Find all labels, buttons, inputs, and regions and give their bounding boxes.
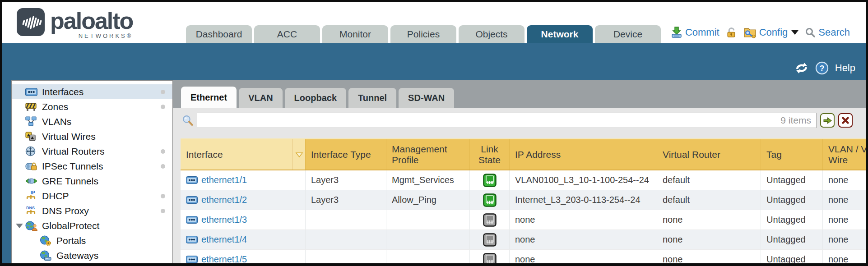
gateways-icon (40, 250, 52, 261)
commit-button[interactable]: Commit (685, 27, 719, 38)
cell-ip-address: none (509, 210, 657, 229)
subtab-vlan[interactable]: VLAN (239, 88, 282, 108)
sidebar-item-interfaces[interactable]: Interfaces (12, 84, 172, 99)
expander-down-icon[interactable] (16, 224, 23, 228)
cell-vlan-virtual-wire: none (822, 210, 866, 229)
sidebar-item-ipsec-tunnels[interactable]: IPSec Tunnels (12, 159, 172, 174)
sort-triangle-icon (295, 151, 303, 158)
link-down-icon (483, 233, 497, 247)
refresh-icon[interactable] (794, 62, 809, 74)
col-vlan-virtual-wire[interactable]: VLAN / Virtual Wire (822, 139, 866, 170)
tab-network[interactable]: Network (527, 25, 593, 43)
clear-filter-button[interactable] (838, 113, 853, 128)
search-icon[interactable] (805, 27, 816, 38)
apply-filter-button[interactable] (820, 113, 835, 128)
interface-icon (186, 256, 198, 263)
cell-vlan-virtual-wire: none (822, 190, 866, 210)
cell-tag: Untagged (761, 250, 822, 263)
interface-link[interactable]: ethernet1/2 (201, 195, 247, 205)
cell-ip-address: VLAN0100_L3_10-1-100-254--24 (509, 170, 657, 190)
sidebar-item-gateways[interactable]: Gateways (12, 248, 172, 263)
commit-icon[interactable] (671, 27, 682, 38)
lock-icon[interactable] (726, 27, 737, 38)
zones-icon (25, 101, 37, 112)
cell-interface-type: Layer3 (305, 190, 386, 210)
tab-dashboard[interactable]: Dashboard (186, 25, 252, 43)
cell-management-profile (386, 250, 469, 263)
tab-device[interactable]: Device (595, 25, 661, 43)
status-dot (161, 90, 165, 94)
search-button[interactable]: Search (818, 27, 850, 38)
sidebar-item-virtual-routers[interactable]: Virtual Routers (12, 144, 172, 159)
col-link-state[interactable]: Link State (469, 139, 509, 170)
config-icon[interactable] (743, 26, 757, 38)
subtab-sdwan[interactable]: SD-WAN (399, 88, 454, 108)
filter-bar: 9 items (173, 108, 866, 133)
dns-proxy-icon: DNS (25, 206, 37, 216)
subtab-tunnel[interactable]: Tunnel (348, 88, 396, 108)
interface-subtabs: Ethernet VLAN Loopback Tunnel SD-WAN (173, 80, 866, 108)
gre-tunnels-icon (25, 176, 37, 187)
cell-virtual-router: default (657, 170, 761, 190)
virtual-routers-icon (25, 146, 37, 157)
tab-acc[interactable]: ACC (254, 25, 320, 43)
subtab-ethernet[interactable]: Ethernet (181, 87, 237, 108)
sidebar-item-gre-tunnels[interactable]: GRE Tunnels (12, 174, 172, 188)
filter-input[interactable] (197, 113, 817, 128)
portals-icon (40, 235, 52, 246)
sidebar-item-dhcp[interactable]: IP DHCP (12, 188, 172, 203)
cell-management-profile: Mgmt_Services (386, 170, 469, 190)
col-ip-address[interactable]: IP Address (509, 139, 657, 170)
sidebar-item-globalprotect[interactable]: GlobalProtect (12, 218, 172, 233)
cell-virtual-router: none (657, 210, 761, 229)
interface-link[interactable]: ethernet1/1 (201, 175, 247, 185)
link-up-icon (483, 193, 497, 207)
col-interface[interactable]: Interface (181, 139, 292, 170)
status-dot (161, 164, 165, 169)
sidebar-item-portals[interactable]: Portals (12, 233, 172, 248)
virtual-wires-icon (25, 131, 37, 142)
interface-link[interactable]: ethernet1/5 (201, 254, 247, 263)
cell-management-profile (386, 210, 469, 229)
green-arrow-icon (823, 117, 832, 124)
col-virtual-router[interactable]: Virtual Router (657, 139, 761, 170)
cell-management-profile: Allow_Ping (386, 190, 469, 210)
app-window: paloalto NETWORKS® Dashboard ACC Monitor… (0, 0, 868, 266)
col-management-profile[interactable]: Management Profile (386, 139, 469, 170)
subtab-loopback[interactable]: Loopback (285, 88, 346, 108)
interface-link[interactable]: ethernet1/4 (201, 234, 247, 245)
status-dot (161, 209, 165, 213)
interface-link[interactable]: ethernet1/3 (201, 215, 247, 225)
col-interface-type[interactable]: Interface Type (305, 139, 386, 170)
config-menu[interactable]: Config (759, 27, 788, 38)
sidebar-item-vlans[interactable]: VLANs (12, 114, 172, 129)
svg-text:?: ? (819, 64, 824, 73)
network-sidebar: Interfaces Zones VLANs Vir (11, 80, 173, 263)
logo-wordmark: paloalto (50, 8, 133, 33)
link-down-icon (483, 253, 497, 264)
top-utilities: Commit Config Search (671, 26, 850, 38)
tab-policies[interactable]: Policies (390, 25, 456, 43)
status-dot (161, 105, 165, 109)
tab-monitor[interactable]: Monitor (322, 25, 388, 43)
teal-band: ? Help (2, 43, 866, 80)
interfaces-table-area: Interface Interface Type Management Prof… (173, 133, 866, 263)
chevron-down-icon[interactable] (791, 30, 798, 35)
cell-interface-type (305, 250, 386, 263)
sort-dropdown[interactable] (292, 139, 305, 170)
sidebar-item-cutoff[interactable] (12, 263, 172, 263)
items-count: 9 items (780, 115, 811, 126)
sidebar-item-zones[interactable]: Zones (12, 99, 172, 114)
tab-objects[interactable]: Objects (459, 25, 525, 43)
cell-ip-address: Internet_L3_203-0-113-254--24 (509, 190, 657, 210)
table-header: Interface Interface Type Management Prof… (181, 138, 866, 170)
interface-icon (186, 216, 198, 224)
help-icon[interactable]: ? (815, 61, 829, 75)
interface-icon (186, 236, 198, 243)
sidebar-item-dns-proxy[interactable]: DNS DNS Proxy (12, 203, 172, 218)
sidebar-item-virtual-wires[interactable]: Virtual Wires (12, 129, 172, 144)
cell-interface-type: Layer3 (305, 170, 386, 190)
table-row: ethernet1/4 none none Untagged none (181, 230, 866, 250)
col-tag[interactable]: Tag (761, 139, 822, 170)
help-button[interactable]: Help (835, 62, 855, 74)
